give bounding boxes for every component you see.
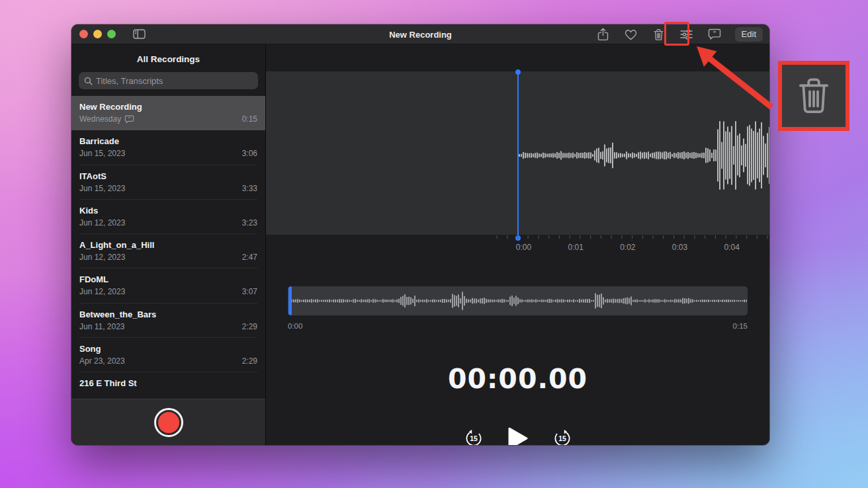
recording-title: Barricade [79,136,257,147]
list-item[interactable]: SongApr 23, 20232:29 [71,338,265,372]
recording-duration: 2:29 [242,356,257,366]
recording-duration: 2:47 [242,253,257,262]
recording-date: Wednesday [79,114,121,124]
trash-icon-large [796,77,832,115]
zoom-window-button[interactable] [107,30,116,38]
svg-text:15: 15 [558,434,566,442]
recording-title: ITAotS [79,171,257,182]
search-input[interactable] [96,76,253,86]
playback-settings-sliders-icon[interactable] [679,27,694,42]
skip-back-15-button[interactable]: 15 [464,428,484,445]
recording-title: Between_the_Bars [79,309,257,320]
recording-duration: 2:29 [242,322,257,331]
ruler-time-label: 0:00 [516,243,531,252]
title-bar: New Recording [71,24,769,44]
list-item[interactable]: Between_the_BarsJun 11, 20232:29 [71,304,265,338]
svg-text:15: 15 [470,434,478,442]
recording-title: A_Light_on_a_Hill [79,239,257,251]
playhead[interactable] [517,71,519,239]
list-item[interactable]: 216 E Third St [71,372,265,399]
recordings-list: New RecordingWednesday”0:15BarricadeJun … [71,96,265,399]
minimize-window-button[interactable] [93,30,102,38]
recording-date: Jun 12, 2023 [79,287,125,296]
list-item[interactable]: FDoMLJun 12, 20233:07 [71,268,265,303]
sidebar: All Recordings New RecordingWednesday”0:… [71,44,266,445]
recording-title: Song [79,343,257,354]
ruler-labels: 0:000:010:020:030:04 [266,243,769,253]
overview-start-time: 0:00 [288,322,302,330]
annotation-trash-icon-zoomed [778,61,849,131]
recording-title: New Recording [79,101,257,112]
svg-text:”: ” [713,30,716,36]
overview-waveform [288,286,748,315]
recording-duration: 3:23 [242,218,257,227]
sidebar-footer [71,399,265,445]
record-button[interactable] [154,408,183,437]
list-item[interactable]: A_Light_on_a_HillJun 12, 20232:47 [71,234,265,268]
sidebar-title: All Recordings [71,44,265,72]
share-icon[interactable] [596,27,611,42]
window-title: New Recording [389,29,452,39]
recording-date: Jun 12, 2023 [79,218,125,227]
recording-duration: 0:15 [242,114,257,124]
transcript-bubble-icon[interactable]: ” [707,27,722,42]
svg-text:”: ” [128,115,131,121]
recording-duration: 3:07 [242,287,257,296]
overview-playhead[interactable] [288,286,292,315]
list-item[interactable]: New RecordingWednesday”0:15 [71,96,265,130]
recording-date: Jun 15, 2023 [79,149,125,158]
recording-date: Apr 23, 2023 [79,356,125,366]
skip-forward-15-button[interactable]: 15 [552,428,572,445]
close-window-button[interactable] [79,30,88,38]
list-item[interactable]: ITAotSJun 15, 20233:33 [71,165,265,200]
elapsed-time-display: 00:00.00 [266,363,769,395]
transport-controls: 15 15 [266,427,769,445]
ruler-time-label: 0:01 [568,243,583,252]
ruler-time-label: 0:02 [620,243,635,252]
toolbar: ” Edit [596,24,763,44]
recording-duration: 3:06 [242,149,257,158]
voice-memos-window: New Recording [71,24,769,445]
recording-title: Kids [79,205,257,216]
list-item[interactable]: KidsJun 12, 20233:23 [71,200,265,234]
player-area: 0:000:010:020:030:04 0:00 0:15 00:00.00 … [266,44,769,445]
recording-date: Jun 12, 2023 [79,253,125,262]
sidebar-toggle-icon[interactable] [133,29,146,39]
recording-date: Jun 11, 2023 [79,322,125,331]
ruler-time-label: 0:04 [724,243,739,252]
search-icon [84,77,93,85]
recording-title: FDoML [79,274,257,285]
traffic-lights [79,30,116,38]
overview-end-time: 0:15 [733,322,748,330]
search-field[interactable] [79,72,258,89]
recording-date: Jun 15, 2023 [79,184,125,193]
list-item[interactable]: BarricadeJun 15, 20233:06 [71,130,265,165]
recording-duration: 3:33 [242,184,257,193]
transcript-bubble-icon: ” [124,115,134,124]
recording-title: 216 E Third St [79,378,257,389]
edit-button[interactable]: Edit [735,27,763,42]
overview-labels: 0:00 0:15 [288,322,748,330]
ruler-ticks [266,235,769,239]
record-dot [158,412,179,433]
delete-trash-icon[interactable] [652,27,666,42]
favorite-heart-icon[interactable] [624,27,638,42]
play-button[interactable] [506,427,530,445]
ruler-time-label: 0:03 [672,243,687,252]
overview-strip[interactable] [288,286,748,315]
